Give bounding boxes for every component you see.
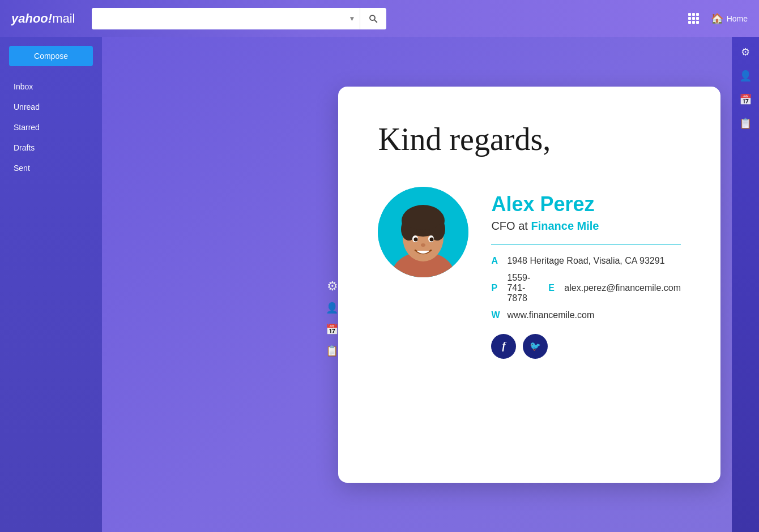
- svg-point-0: [370, 15, 375, 20]
- company-name: Finance Mile: [531, 220, 599, 232]
- home-icon: 🏠: [711, 12, 723, 25]
- home-label: Home: [727, 14, 748, 23]
- main-layout: Compose Inbox Unread Starred Drafts Sent…: [0, 37, 759, 532]
- social-icons: f 🐦: [491, 334, 681, 359]
- search-dropdown-button[interactable]: ▼: [344, 8, 361, 29]
- contact-info: Alex Perez CFO at Finance Mile A 1948 He…: [491, 187, 681, 359]
- settings-icon[interactable]: ⚙: [327, 279, 338, 294]
- sidebar-item-drafts[interactable]: Drafts: [2, 139, 100, 157]
- avatar: [378, 187, 468, 277]
- search-icon: [368, 14, 378, 24]
- home-button[interactable]: 🏠 Home: [711, 12, 748, 25]
- app-logo: yahoo!mail: [11, 11, 75, 26]
- twitter-icon: 🐦: [530, 341, 541, 351]
- divider: [491, 244, 681, 244]
- apps-grid-icon[interactable]: [688, 13, 700, 24]
- sidebar-item-sent[interactable]: Sent: [2, 159, 100, 177]
- calendar-right-icon[interactable]: 📅: [739, 93, 752, 106]
- twitter-button[interactable]: 🐦: [523, 334, 548, 359]
- search-bar: ▼: [92, 8, 386, 29]
- svg-point-14: [421, 243, 425, 247]
- website-row: W www.financemile.com: [491, 310, 681, 320]
- email-label: E: [548, 283, 557, 293]
- phone-label: P: [491, 283, 500, 293]
- svg-point-13: [430, 237, 434, 241]
- sidebar-item-inbox[interactable]: Inbox: [2, 78, 100, 96]
- contact-details: A 1948 Heritage Road, Visalia, CA 93291 …: [491, 256, 681, 320]
- email-card: Kind regards,: [338, 87, 720, 483]
- svg-point-9: [404, 207, 442, 230]
- signature-block: Alex Perez CFO at Finance Mile A 1948 He…: [378, 187, 681, 359]
- address-row: A 1948 Heritage Road, Visalia, CA 93291: [491, 256, 681, 266]
- phone-email-row: P 1559-741-7878 E alex.perez@financemile…: [491, 273, 681, 303]
- sidebar-item-unread[interactable]: Unread: [2, 98, 100, 116]
- navbar-right: 🏠 Home: [688, 12, 748, 25]
- contact-title: CFO at Finance Mile: [491, 220, 681, 233]
- contacts-icon[interactable]: 👤: [326, 302, 338, 314]
- contact-name: Alex Perez: [491, 192, 681, 216]
- signature-greeting: Kind regards,: [378, 121, 681, 158]
- right-panel: ⚙ 👤 📅 📋: [732, 37, 759, 532]
- svg-point-12: [414, 237, 418, 241]
- phone-value: 1559-741-7878: [507, 273, 530, 303]
- compose-button[interactable]: Compose: [9, 46, 93, 66]
- address-value: 1948 Heritage Road, Visalia, CA 93291: [507, 256, 664, 266]
- search-button[interactable]: [360, 8, 386, 29]
- sidebar: Compose Inbox Unread Starred Drafts Sent: [0, 37, 102, 532]
- sidebar-item-starred[interactable]: Starred: [2, 118, 100, 136]
- content-area: ⚙ 👤 📅 📋 Kind regards,: [102, 37, 732, 532]
- facebook-button[interactable]: f: [491, 334, 516, 359]
- avatar-image: [378, 187, 468, 277]
- svg-line-1: [375, 20, 378, 23]
- notes-icon[interactable]: 📋: [326, 345, 338, 357]
- contacts-right-icon[interactable]: 👤: [739, 70, 752, 82]
- web-label: W: [491, 310, 500, 320]
- email-value: alex.perez@financemile.com: [564, 283, 681, 293]
- settings-right-icon[interactable]: ⚙: [741, 46, 750, 58]
- website-value: www.financemile.com: [507, 310, 594, 320]
- navbar: yahoo!mail ▼ 🏠 Home: [0, 0, 759, 37]
- notes-right-icon[interactable]: 📋: [739, 117, 752, 130]
- facebook-icon: f: [502, 340, 505, 352]
- calendar-icon[interactable]: 📅: [326, 323, 338, 336]
- address-label: A: [491, 256, 500, 266]
- search-input[interactable]: [92, 8, 344, 29]
